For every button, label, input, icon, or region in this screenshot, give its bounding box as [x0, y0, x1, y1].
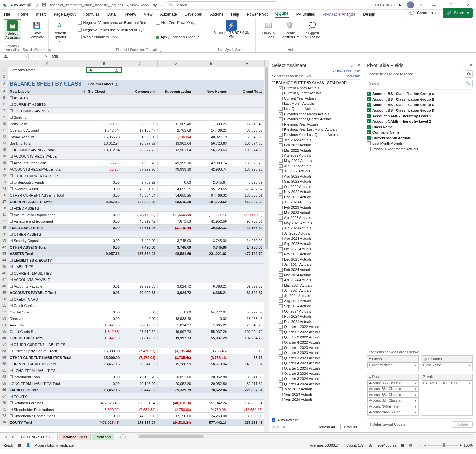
- minus-icon[interactable]: −: [10, 265, 13, 268]
- autosave-toggle[interactable]: AutoSave: [10, 3, 38, 7]
- area-field[interactable]: Account BS - Classific...▾: [367, 398, 418, 403]
- accessibility-icon[interactable]: 👤: [26, 443, 31, 447]
- minimize-button[interactable]: —: [429, 3, 440, 7]
- checkbox[interactable]: [279, 325, 283, 329]
- pivot-field-item[interactable]: ✓Account BS - Classification Group C: [367, 102, 473, 107]
- checkbox[interactable]: [279, 356, 283, 360]
- tree-item[interactable]: Jul 2022 Actuals: [272, 168, 360, 174]
- checkbox[interactable]: [367, 141, 371, 145]
- name-box[interactable]: B1▾: [2, 54, 29, 59]
- sheet-tab[interactable]: Profit and: [92, 434, 114, 440]
- neg-black-checkbox[interactable]: Negative Values show as Black not Red: [78, 19, 146, 26]
- table-row[interactable]: 9−Banking: [0, 114, 269, 121]
- checkbox[interactable]: [279, 133, 283, 137]
- chevron-down-icon[interactable]: ⌵: [161, 3, 163, 7]
- ribbon-tab[interactable]: Add-ins: [209, 11, 224, 18]
- plus-icon[interactable]: +: [10, 181, 13, 184]
- checkbox[interactable]: [279, 180, 283, 183]
- tree-item[interactable]: Previous Year Actuals: [272, 122, 360, 127]
- auto-refresh-checkbox[interactable]: ✓: [272, 418, 275, 422]
- fx-icon[interactable]: fx: [43, 55, 50, 58]
- checkbox[interactable]: [279, 227, 283, 230]
- save-template-button[interactable]: 💾 Save Template: [28, 19, 45, 40]
- tree-item[interactable]: May 2022 Actuals: [272, 158, 360, 163]
- tree-item[interactable]: Oct 2022 Actuals: [272, 184, 360, 189]
- ribbon-tab[interactable]: Data: [107, 11, 116, 18]
- table-row[interactable]: 55Credit Cards Total(1,542.85)27,812.621…: [0, 328, 269, 335]
- ribbon-collapse-icon[interactable]: ⌵: [469, 18, 476, 52]
- checkbox[interactable]: ✓: [367, 136, 371, 140]
- dropdown-icon[interactable]: ▾: [115, 68, 118, 72]
- table-row[interactable]: 47−ACCOUNTS PAYABLE: [0, 276, 269, 283]
- tree-item[interactable]: Previous Year Last Month Actuals: [272, 127, 360, 132]
- ribbon-tab[interactable]: File: [3, 11, 11, 18]
- column-headers[interactable]: A B C D E F: [0, 60, 269, 67]
- checkbox[interactable]: [279, 341, 283, 344]
- chevron-down-icon[interactable]: ▾: [415, 387, 416, 391]
- checkbox[interactable]: [279, 294, 283, 298]
- tree-item[interactable]: Feb 2022 Actuals: [272, 142, 360, 148]
- ribbon-tab[interactable]: Review: [123, 11, 137, 18]
- tree-item[interactable]: Year 2023 Actuals: [272, 392, 360, 397]
- table-row[interactable]: 51−Credit Cards: [0, 302, 269, 309]
- chevron-down-icon[interactable]: ▾: [415, 399, 416, 402]
- pivot-field-list[interactable]: ✓Account BS - Classification Group A✓Acc…: [367, 89, 473, 174]
- col-D[interactable]: D: [158, 60, 193, 67]
- tree-item[interactable]: Dec 2024 Actuals: [272, 319, 360, 324]
- ribbon-tab[interactable]: PP Utilities: [296, 11, 316, 18]
- checkbox[interactable]: [279, 175, 283, 178]
- table-row[interactable]: 63+Installment Loan0.0040,106.2020,052.8…: [0, 374, 269, 380]
- table-row[interactable]: 54Amex Biz(1,542.85)27,812.621,014.271,6…: [0, 322, 269, 328]
- tree-item[interactable]: Aug 2023 Actuals: [272, 236, 360, 241]
- tree-item[interactable]: Jul 2024 Actuals: [272, 293, 360, 298]
- checkbox[interactable]: [279, 315, 283, 318]
- checkbox[interactable]: [279, 299, 283, 303]
- checkbox[interactable]: [279, 336, 283, 339]
- comments-button[interactable]: 💬 Comments: [406, 8, 439, 18]
- tree-item[interactable]: Jun 2023 Actuals: [272, 226, 360, 231]
- table-row[interactable]: 5−ASSETS: [0, 95, 269, 101]
- minus-icon[interactable]: −: [10, 233, 13, 236]
- accept-icon[interactable]: ✓: [36, 54, 43, 58]
- minus-icon[interactable]: −: [10, 272, 13, 275]
- checkbox[interactable]: [279, 393, 283, 396]
- tree-item[interactable]: Jun 2022 Actuals: [272, 163, 360, 168]
- table-row[interactable]: 18−ACCOUNTS RECEIVABLE: [0, 153, 269, 160]
- plus-icon[interactable]: +: [10, 408, 13, 411]
- tree-item[interactable]: Jun 2024 Actuals: [272, 288, 360, 293]
- nonzero-checkbox[interactable]: Non-Zero Rows Only: [156, 19, 200, 26]
- ribbon-tab[interactable]: Power Pivot: [246, 11, 268, 18]
- checkbox[interactable]: ✓: [367, 130, 371, 134]
- minus-icon[interactable]: −: [10, 343, 13, 346]
- area-field[interactable]: Company Name▾: [367, 362, 418, 368]
- checkbox[interactable]: [279, 92, 283, 95]
- table-row[interactable]: 28−FIXED ASSETS: [0, 205, 269, 212]
- checkbox[interactable]: [279, 320, 283, 324]
- defaults-button[interactable]: Defaults: [340, 424, 360, 430]
- ribbon-tab[interactable]: QQube: [275, 10, 289, 18]
- ribbon-tab[interactable]: Formulas: [83, 11, 100, 18]
- ribbon-tab[interactable]: Automate: [159, 11, 177, 18]
- tree-item[interactable]: Last Quarter Actuals: [272, 106, 360, 111]
- checkbox[interactable]: [279, 149, 283, 152]
- zoom-slider[interactable]: [428, 445, 458, 446]
- col-A[interactable]: A: [8, 60, 86, 67]
- show-less-link[interactable]: ▾ Show Less Fields: [333, 69, 360, 73]
- tree-item[interactable]: Jan 2023 Actuals: [272, 200, 360, 205]
- whole-num-checkbox[interactable]: Whole Numbers Only: [78, 34, 146, 40]
- checkbox[interactable]: [279, 211, 283, 215]
- area-field[interactable]: Account NAME - Hier...▾: [367, 410, 418, 415]
- checkbox[interactable]: [279, 304, 283, 308]
- close-button[interactable]: ✕: [462, 3, 473, 7]
- checkbox[interactable]: [279, 138, 283, 142]
- view-normal-icon[interactable]: ▦: [401, 443, 404, 447]
- tree-item[interactable]: ✓Current Month Actuals: [272, 85, 360, 91]
- apply-format-button[interactable]: ▦Apply Format & Cleanup: [156, 34, 200, 40]
- tree-item[interactable]: May 2024 Actuals: [272, 283, 360, 288]
- minus-icon[interactable]: −: [10, 96, 13, 99]
- pivot-field-item[interactable]: ✓Account NAME - Hierarchy Level 2: [367, 118, 473, 124]
- filters-area[interactable]: ▾Filters Company Name▾: [367, 355, 419, 371]
- pivot-field-item[interactable]: ✓Account NAME - Hierarchy Level 1: [367, 113, 473, 118]
- cell[interactable]: Company Name: [8, 68, 86, 72]
- tree-item[interactable]: Current Year Actuals: [272, 96, 360, 101]
